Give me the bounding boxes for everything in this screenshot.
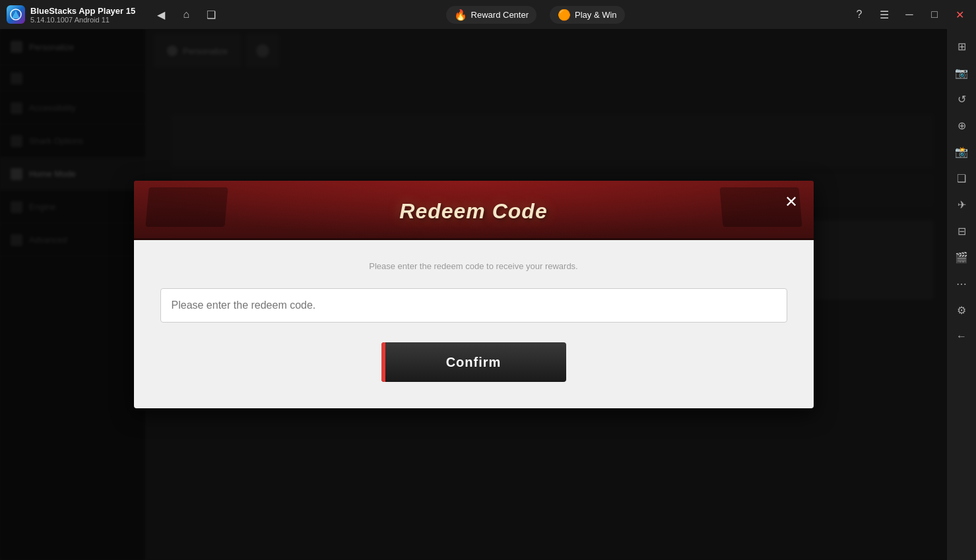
home-button[interactable]: ⌂ [176,5,196,24]
rs-settings-icon[interactable]: ⚙ [950,298,973,322]
title-bar: BlueStacks App Player 15 5.14.10.1007 An… [0,0,976,29]
rs-layers-icon[interactable]: ❑ [950,166,973,190]
rs-back-icon[interactable]: ← [950,325,973,348]
confirm-label: Confirm [446,355,502,369]
title-bar-center: 🔥 Reward Center 🟠 Play & Win [221,6,849,24]
reward-center-label: Reward Center [471,10,529,20]
rs-grid-icon[interactable]: ⊞ [950,34,973,58]
minimize-button[interactable]: ─ [899,5,919,24]
modal-title: Redeem Code [399,199,547,224]
svg-marker-1 [12,11,20,18]
rs-minus-icon[interactable]: ⊟ [950,219,973,243]
rs-more-icon[interactable]: ⋯ [950,272,973,296]
redeem-code-modal: Redeem Code ✕ Please enter the redeem co… [134,181,814,409]
right-sidebar: ⊞ 📷 ↺ ⊕ 📸 ❑ ✈ ⊟ 🎬 ⋯ ⚙ ← [947,29,976,560]
rs-video-icon[interactable]: 🎬 [950,245,973,269]
rs-camera-icon[interactable]: 📸 [950,140,973,164]
redeem-input-wrapper [160,288,787,323]
play-win-label: Play & Win [575,10,617,20]
redeem-code-input[interactable] [160,288,787,323]
reward-center-badge[interactable]: 🔥 Reward Center [446,6,537,24]
rs-airplane-icon[interactable]: ✈ [950,193,973,216]
close-button[interactable]: ✕ [950,5,969,24]
close-icon: ✕ [785,193,798,211]
menu-button[interactable]: ☰ [874,5,894,24]
nav-buttons: ◀ ⌂ ❑ [151,5,221,24]
maximize-button[interactable]: □ [925,5,944,24]
title-bar-right: ? ☰ ─ □ ✕ [849,5,969,24]
rs-refresh-icon[interactable]: ↺ [950,87,973,111]
play-win-badge[interactable]: 🟠 Play & Win [550,6,625,24]
app-logo [7,5,25,24]
back-button[interactable]: ◀ [151,5,171,24]
modal-header: Redeem Code ✕ [134,181,814,240]
app-version: 5.14.10.1007 Android 11 [30,16,138,24]
modal-overlay: Redeem Code ✕ Please enter the redeem co… [0,29,947,560]
play-win-icon: 🟠 [558,9,571,21]
layers-button[interactable]: ❑ [201,5,221,24]
reward-icon: 🔥 [454,9,467,21]
confirm-button[interactable]: Confirm [381,342,566,382]
modal-description: Please enter the redeem code to receive … [160,260,787,273]
rs-add-icon[interactable]: ⊕ [950,113,973,137]
app-name: BlueStacks App Player 15 [30,6,135,16]
modal-body: Please enter the redeem code to receive … [134,240,814,409]
help-button[interactable]: ? [849,5,869,24]
rs-screenshot-icon[interactable]: 📷 [950,61,973,84]
modal-close-button[interactable]: ✕ [779,190,803,214]
